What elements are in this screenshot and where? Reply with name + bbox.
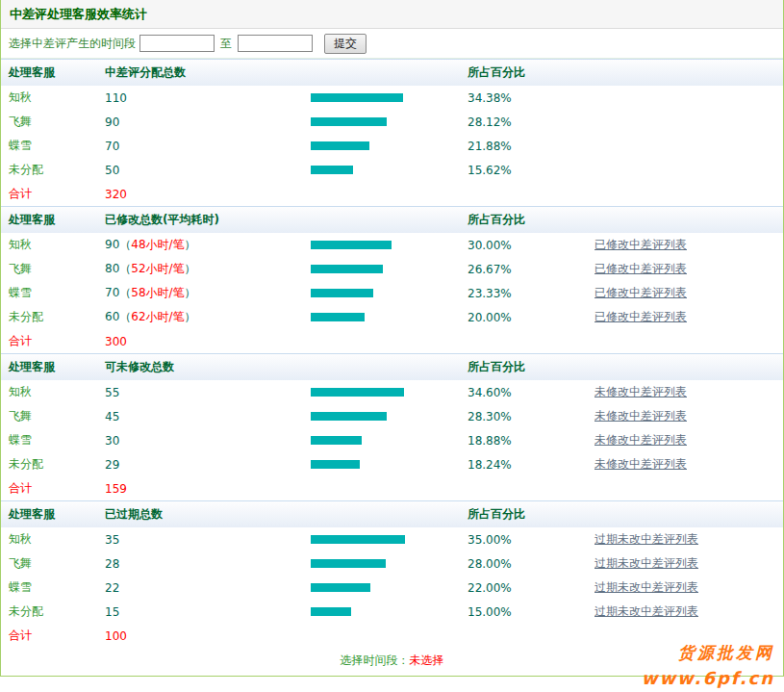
list-link[interactable]: 过期未改中差评列表 — [594, 556, 698, 570]
percent-value: 15.00% — [468, 605, 594, 619]
link-cell: 过期未改中差评列表 — [594, 531, 783, 548]
percentage-bar — [311, 436, 362, 445]
section-header-row: 处理客服 中差评分配总数 所占百分比 — [1, 59, 783, 86]
header-agent: 处理客服 — [9, 359, 105, 375]
bar-cell — [311, 140, 468, 153]
avg-time-value: 52小时/笔 — [131, 262, 184, 275]
to-label: 至 — [220, 36, 232, 52]
date-filter-bar: 选择中差评产生的时间段 至 提交 — [1, 29, 783, 59]
avg-time: （62小时/笔） — [119, 310, 195, 323]
watermark: 货源批发网 www.6pf.cn — [642, 640, 774, 692]
link-cell: 已修改中差评列表 — [594, 285, 783, 301]
percentage-bar — [311, 559, 386, 568]
percent-value: 21.88% — [468, 140, 594, 153]
percentage-bar — [311, 117, 387, 126]
metric-value: 30 — [105, 434, 119, 448]
link-cell: 未修改中差评列表 — [594, 384, 783, 400]
title-bar: 中差评处理客服效率统计 — [1, 0, 783, 29]
bar-cell — [311, 581, 468, 595]
total-value: 100 — [105, 629, 311, 643]
list-link[interactable]: 过期未改中差评列表 — [594, 604, 698, 618]
table-row: 蝶雪 70（58小时/笔） 23.33% 已修改中差评列表 — [1, 281, 783, 305]
metric-cell: 70 — [105, 140, 311, 153]
footer-value: 未选择 — [410, 653, 444, 669]
metric-value: 55 — [105, 386, 119, 399]
metric-value: 90 — [105, 238, 119, 251]
list-link[interactable]: 未修改中差评列表 — [594, 385, 687, 398]
total-row: 合计 159 — [1, 476, 783, 500]
start-date-input[interactable] — [139, 35, 215, 52]
header-percent: 所占百分比 — [468, 212, 594, 228]
percentage-bar — [311, 583, 370, 592]
header-agent: 处理客服 — [9, 506, 105, 523]
percentage-bar — [311, 388, 404, 397]
metric-value: 22 — [105, 581, 119, 595]
stats-page: 中差评处理客服效率统计 选择中差评产生的时间段 至 提交 处理客服 中差评分配总… — [0, 0, 784, 692]
agent-name: 飞舞 — [9, 114, 105, 130]
avg-time-value: 58小时/笔 — [131, 286, 184, 299]
percentage-bar — [311, 460, 360, 469]
total-value: 300 — [105, 335, 311, 348]
stats-section: 处理客服 可未修改总数 所占百分比 知秋 55 34.60% 未修改中差评列表 … — [1, 353, 783, 500]
bar-cell — [311, 287, 468, 300]
metric-value: 110 — [105, 91, 127, 105]
sections: 处理客服 中差评分配总数 所占百分比 知秋 110 34.38% 飞舞 90 2… — [1, 59, 783, 648]
table-row: 知秋 90（48小时/笔） 30.00% 已修改中差评列表 — [1, 233, 783, 257]
watermark-line1: 货源批发网 — [642, 640, 774, 665]
list-link[interactable]: 过期未改中差评列表 — [594, 580, 698, 594]
watermark-line2: www.6pf.cn — [642, 665, 774, 692]
stats-section: 处理客服 已过期总数 所占百分比 知秋 35 35.00% 过期未改中差评列表 … — [1, 500, 783, 648]
metric-value: 45 — [105, 410, 119, 423]
bar-cell — [311, 311, 468, 324]
agent-name: 知秋 — [9, 237, 105, 253]
paren-close: ） — [185, 286, 196, 299]
end-date-input[interactable] — [238, 35, 313, 52]
metric-value: 70 — [105, 140, 119, 153]
list-link[interactable]: 未修改中差评列表 — [594, 409, 687, 423]
metric-value: 50 — [105, 164, 119, 177]
metric-cell: 55 — [105, 386, 311, 399]
stats-section: 处理客服 中差评分配总数 所占百分比 知秋 110 34.38% 飞舞 90 2… — [1, 59, 783, 206]
agent-name: 未分配 — [9, 309, 105, 325]
paren-open: （ — [119, 262, 131, 275]
agent-name: 飞舞 — [9, 408, 105, 424]
table-row: 蝶雪 22 22.00% 过期未改中差评列表 — [1, 576, 783, 600]
list-link[interactable]: 已修改中差评列表 — [594, 262, 687, 275]
link-cell: 过期未改中差评列表 — [594, 579, 783, 596]
section-header-row: 处理客服 已修改总数(平均耗时) 所占百分比 — [1, 206, 783, 233]
percent-value: 30.00% — [468, 239, 594, 252]
bar-cell — [311, 91, 468, 105]
metric-cell: 90（48小时/笔） — [105, 237, 311, 253]
list-link[interactable]: 已修改中差评列表 — [594, 286, 687, 299]
list-link[interactable]: 已修改中差评列表 — [594, 310, 687, 323]
percent-value: 28.00% — [468, 557, 594, 571]
submit-button[interactable]: 提交 — [324, 34, 367, 54]
link-cell: 未修改中差评列表 — [594, 432, 783, 449]
avg-time: （52小时/笔） — [119, 262, 195, 275]
list-link[interactable]: 过期未改中差评列表 — [594, 532, 698, 546]
header-metric: 已过期总数 — [105, 506, 311, 523]
date-filter-label: 选择中差评产生的时间段 — [9, 36, 136, 52]
total-value: 159 — [105, 482, 311, 496]
percent-value: 26.67% — [468, 263, 594, 276]
section-rows: 知秋 90（48小时/笔） 30.00% 已修改中差评列表 飞舞 80（52小时… — [1, 233, 783, 329]
percentage-bar — [311, 241, 392, 249]
total-value: 320 — [105, 188, 311, 201]
total-row: 合计 300 — [1, 329, 783, 353]
metric-cell: 50 — [105, 164, 311, 177]
metric-cell: 35 — [105, 533, 311, 547]
header-metric: 已修改总数(平均耗时) — [105, 212, 311, 228]
percentage-bar — [311, 313, 365, 321]
metric-value: 80 — [105, 262, 119, 275]
link-cell: 过期未改中差评列表 — [594, 603, 783, 620]
avg-time: （58小时/笔） — [119, 286, 195, 299]
metric-value: 35 — [105, 533, 119, 547]
percent-value: 28.12% — [468, 115, 594, 129]
list-link[interactable]: 已修改中差评列表 — [594, 238, 687, 251]
bar-cell — [311, 164, 468, 177]
list-link[interactable]: 未修改中差评列表 — [594, 433, 687, 447]
metric-value: 60 — [105, 310, 119, 323]
table-row: 蝶雪 70 21.88% — [1, 134, 783, 158]
paren-close: ） — [185, 262, 196, 275]
list-link[interactable]: 未修改中差评列表 — [594, 457, 687, 471]
